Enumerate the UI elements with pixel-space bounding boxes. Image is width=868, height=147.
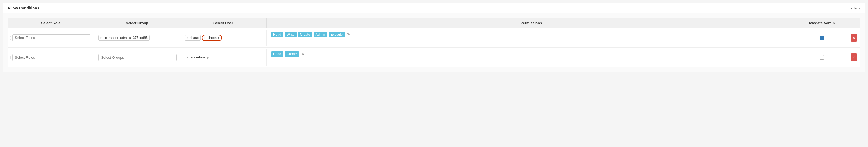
remove-user-hbase[interactable]: × [187, 36, 188, 39]
select-roles-input-2[interactable] [12, 54, 90, 61]
select-groups-input-2[interactable] [98, 54, 177, 61]
user-tag-hbase-label: hbase [189, 36, 199, 40]
delegate-cell-1: ✓ [796, 30, 846, 46]
table-header: Select Role Select Group Select User Per… [8, 18, 860, 28]
section-title: Allow Conditions: [7, 6, 41, 10]
col-header-permissions: Permissions [267, 18, 796, 28]
user-cell-1: × hbase × phoenix [180, 30, 267, 46]
delete-row-1-button[interactable]: × [851, 34, 857, 42]
perm-write-btn-1[interactable]: Write [285, 32, 297, 37]
chevron-up-icon: ▲ [858, 7, 861, 10]
col-header-delegate: Delegate Admin [796, 18, 846, 28]
action-cell-2: × [846, 49, 860, 66]
group-tag-label-1: _c_ranger_admins_377bdd85 [103, 36, 148, 40]
allow-conditions-section: Allow Conditions: hide ▲ Select Role Sel… [3, 3, 865, 72]
delegate-checkbox-2[interactable] [819, 55, 824, 60]
perm-admin-btn-1[interactable]: Admin [313, 32, 328, 37]
perm-edit-icon-2[interactable]: ✎ [301, 52, 304, 56]
table-body: ⋮⋮ × _c_ranger_admins_377bdd85 [8, 28, 860, 67]
perm-edit-icon-1[interactable]: ✎ [347, 32, 350, 36]
hide-label: hide [850, 6, 857, 10]
group-cell-2 [94, 49, 180, 66]
user-tag-phoenix: × phoenix [202, 35, 222, 41]
action-cell-1: × [846, 30, 860, 46]
user-tag-phoenix-label: phoenix [208, 36, 219, 40]
perms-row-2: Read Create ✎ [271, 51, 304, 57]
delegate-checkbox-1[interactable]: ✓ [819, 36, 824, 40]
perm-execute-btn-1[interactable]: Execute [329, 32, 345, 37]
user-tag-rangerlookup: × rangerlookup [185, 55, 211, 60]
section-header: Allow Conditions: hide ▲ [3, 3, 865, 13]
permissions-cell-1: Read Write Create Admin Execute ✎ [267, 30, 796, 46]
col-header-group: Select Group [94, 18, 180, 28]
perm-read-btn-2[interactable]: Read [271, 51, 283, 57]
perms-row-1: Read Write Create Admin Execute ✎ [271, 32, 350, 37]
col-header-user: Select User [180, 18, 267, 28]
role-cell-2 [8, 49, 94, 66]
role-cell-1 [8, 30, 94, 46]
remove-user-rangerlookup[interactable]: × [187, 56, 188, 59]
hide-button[interactable]: hide ▲ [850, 6, 861, 10]
perm-read-btn-1[interactable]: Read [271, 32, 283, 37]
table-row: ⋮⋮ × _c_ranger_admins_377bdd85 [8, 28, 860, 48]
permissions-cell-2: Read Create ✎ [267, 49, 796, 66]
drag-handle-icon-2[interactable]: ⋮⋮ [9, 55, 16, 59]
remove-group-tag-1[interactable]: × [100, 36, 102, 39]
select-roles-input-1[interactable] [12, 34, 90, 41]
user-tag-rangerlookup-label: rangerlookup [189, 55, 209, 59]
col-header-action [846, 18, 860, 28]
perm-create-btn-1[interactable]: Create [298, 32, 312, 37]
delegate-cell-2 [796, 49, 846, 66]
table-row: ⋮⋮ × rangerlookup [8, 48, 860, 67]
conditions-table: Select Role Select Group Select User Per… [7, 18, 861, 67]
drag-handle-icon[interactable]: ⋮⋮ [9, 36, 16, 40]
remove-user-phoenix[interactable]: × [205, 36, 206, 39]
user-cell-2: × rangerlookup [180, 49, 267, 66]
group-cell-1: × _c_ranger_admins_377bdd85 [94, 30, 180, 46]
col-header-role: Select Role [8, 18, 94, 28]
perm-create-btn-2[interactable]: Create [285, 51, 299, 57]
user-tag-hbase: × hbase [185, 35, 200, 41]
delete-row-2-button[interactable]: × [851, 54, 857, 61]
inner-content: Select Role Select Group Select User Per… [3, 13, 865, 72]
group-tag-1: × _c_ranger_admins_377bdd85 [98, 35, 150, 41]
